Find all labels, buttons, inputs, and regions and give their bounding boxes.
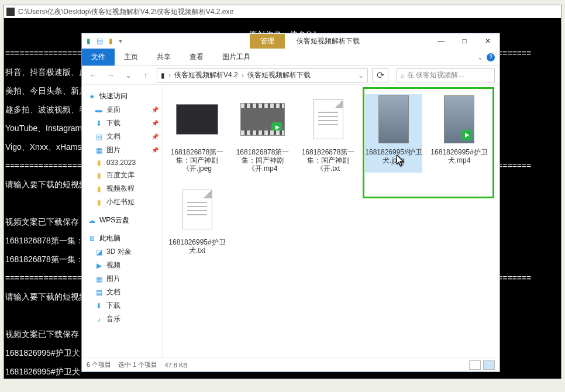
folder-icon: ▮: [95, 159, 103, 167]
pin-icon: 📌: [151, 133, 159, 140]
folder-icon: ▮: [161, 71, 165, 80]
tab-file[interactable]: 文件: [82, 49, 115, 66]
files-pane[interactable]: 1681826878第一集：国产神剧《开.jpeg 1681826878第一集：…: [163, 85, 499, 357]
breadcrumb-item[interactable]: 侠客短视频解析下载: [247, 70, 311, 80]
chevron-down-icon[interactable]: ⌄: [358, 71, 367, 80]
text-thumbnail: [182, 190, 212, 229]
cloud-icon: ☁: [88, 216, 96, 225]
file-item[interactable]: 1681826878第一集：国产神剧《开.jpeg: [168, 94, 226, 173]
download-icon: ⬇: [95, 302, 103, 310]
window-title: 侠客短视频解析下载: [297, 36, 360, 46]
file-label: 1681826878第一集：国产神剧《开.jpeg: [168, 148, 226, 173]
sidebar-item-3d[interactable]: ◪3D 对象: [82, 245, 162, 259]
sidebar-this-pc[interactable]: 🖥此电脑: [82, 232, 162, 245]
folder-icon: ▮: [95, 185, 103, 193]
sidebar-item-downloads[interactable]: ⬇下载: [82, 299, 162, 312]
tab-picture-tools[interactable]: 图片工具: [213, 49, 260, 66]
tab-view[interactable]: 查看: [180, 49, 213, 66]
sidebar-item-pictures[interactable]: ▦图片📌: [82, 143, 162, 157]
qat-icon[interactable]: ▤: [97, 37, 103, 45]
nav-up-button[interactable]: ↑: [139, 69, 152, 82]
file-label: 1681826995#护卫犬.jpeg: [365, 148, 422, 164]
divider: ========================================…: [5, 386, 560, 392]
refresh-button[interactable]: ⟳: [372, 68, 388, 82]
pin-icon: 📌: [151, 120, 159, 126]
search-icon: ⌕: [401, 71, 405, 80]
sidebar-item-folder[interactable]: ▮视频教程: [82, 182, 162, 195]
breadcrumb-sep: ›: [168, 71, 171, 80]
close-button[interactable]: ✕: [476, 33, 499, 49]
view-large-button[interactable]: [483, 360, 495, 370]
picture-icon: ▦: [95, 275, 103, 283]
sidebar-item-folder[interactable]: ▮033.2023: [82, 157, 162, 169]
file-item[interactable]: 1681826878第一集：国产神剧《开.txt: [299, 94, 357, 173]
console-title: C:\Users\亿夜\Desktop\侠客短视频解析V4.2\侠客短视频解析V…: [18, 7, 233, 17]
play-icon: [271, 122, 282, 133]
play-icon: [461, 130, 471, 140]
minimize-button[interactable]: —: [429, 33, 453, 49]
ribbon-collapse-icon[interactable]: ⌄: [477, 53, 483, 61]
document-icon: ▤: [95, 288, 103, 297]
breadcrumb-sep: ›: [242, 71, 244, 80]
sidebar-item-folder[interactable]: ▮小红书短: [82, 195, 162, 209]
address-bar-row: ← → ⌄ ↑ ▮ › 侠客短视频解析V4.2 › 侠客短视频解析下载 ⌄ ⟳ …: [82, 66, 499, 85]
status-count: 6 个项目: [87, 360, 111, 369]
help-icon[interactable]: ?: [487, 53, 495, 61]
qat-icon[interactable]: ▮: [109, 37, 113, 45]
tab-home[interactable]: 主页: [115, 49, 147, 66]
maximize-button[interactable]: □: [453, 33, 476, 49]
video-icon: ▶: [95, 262, 103, 270]
file-item[interactable]: 1681826878第一集：国产神剧《开.mp4: [234, 94, 291, 173]
desktop-icon: ▬: [95, 106, 103, 114]
app-icon: [6, 8, 15, 16]
star-icon: ★: [88, 92, 96, 101]
music-icon: ♪: [95, 315, 103, 324]
text-thumbnail: [313, 99, 343, 139]
file-item[interactable]: 1681826995#护卫犬.jpeg: [365, 94, 422, 173]
sidebar-item-downloads[interactable]: ⬇下载📌: [82, 116, 162, 130]
tab-share[interactable]: 共享: [147, 49, 180, 66]
sidebar: ★快速访问 ▬桌面📌 ⬇下载📌 ▤文档📌 ▦图片📌 ▮033.2023 ▮百度文…: [82, 85, 163, 357]
sidebar-wps[interactable]: ☁WPS云盘: [82, 214, 162, 227]
sidebar-item-pictures[interactable]: ▦图片: [82, 272, 162, 286]
breadcrumb[interactable]: ▮ › 侠客短视频解析V4.2 › 侠客短视频解析下载 ⌄: [157, 68, 368, 82]
nav-back-button[interactable]: ←: [87, 69, 99, 82]
console-titlebar[interactable]: C:\Users\亿夜\Desktop\侠客短视频解析V4.2\侠客短视频解析V…: [4, 5, 561, 18]
sidebar-item-videos[interactable]: ▶视频: [82, 259, 162, 272]
pc-icon: 🖥: [88, 235, 96, 243]
picture-icon: ▦: [95, 146, 103, 154]
breadcrumb-item[interactable]: 侠客短视频解析V4.2: [174, 70, 238, 80]
search-input[interactable]: ⌕ 在 侠客短视频解…: [397, 68, 495, 82]
image-thumbnail: [378, 95, 409, 143]
status-size: 47.8 KB: [164, 362, 187, 369]
folder-icon: ▮: [95, 171, 103, 180]
download-icon: ⬇: [95, 119, 103, 128]
file-label: 1681826878第一集：国产神剧《开.txt: [299, 148, 357, 173]
file-label: 1681826878第一集：国产神剧《开.mp4: [234, 148, 291, 173]
folder-icon: ▮: [87, 37, 91, 45]
folder-icon: ▮: [95, 198, 103, 207]
nav-history-button[interactable]: ⌄: [122, 69, 135, 82]
status-bar: 6 个项目 选中 1 个项目 47.8 KB: [82, 357, 499, 372]
nav-forward-button[interactable]: →: [104, 69, 117, 82]
cube-icon: ◪: [95, 248, 103, 256]
status-selection: 选中 1 个项目: [118, 360, 157, 369]
ribbon-tabs: 文件 主页 共享 查看 图片工具 ⌄ ?: [82, 49, 499, 66]
sidebar-item-documents[interactable]: ▤文档: [82, 286, 162, 299]
sidebar-item-folder[interactable]: ▮百度文库: [82, 169, 162, 182]
ribbon-context-tab[interactable]: 管理: [250, 34, 285, 49]
sidebar-item-documents[interactable]: ▤文档📌: [82, 130, 162, 143]
sidebar-item-desktop[interactable]: ▬桌面📌: [82, 103, 162, 116]
file-label: 1681826995#护卫犬.mp4: [430, 148, 488, 164]
sidebar-quick-access[interactable]: ★快速访问: [82, 90, 162, 103]
sidebar-item-music[interactable]: ♪音乐: [82, 312, 162, 326]
explorer-titlebar[interactable]: ▮ ▤ ▮ ▾ 管理 侠客短视频解析下载 — □ ✕: [82, 33, 499, 49]
file-item[interactable]: 1681826995#护卫犬.mp4: [430, 94, 488, 173]
view-details-button[interactable]: [469, 360, 481, 370]
file-item[interactable]: 1681826995#护卫犬.txt: [168, 184, 226, 255]
image-thumbnail: [176, 104, 218, 135]
file-label: 1681826995#护卫犬.txt: [168, 238, 226, 255]
video-thumbnail: [240, 103, 285, 136]
document-icon: ▤: [95, 133, 103, 141]
video-thumbnail: [444, 95, 474, 143]
